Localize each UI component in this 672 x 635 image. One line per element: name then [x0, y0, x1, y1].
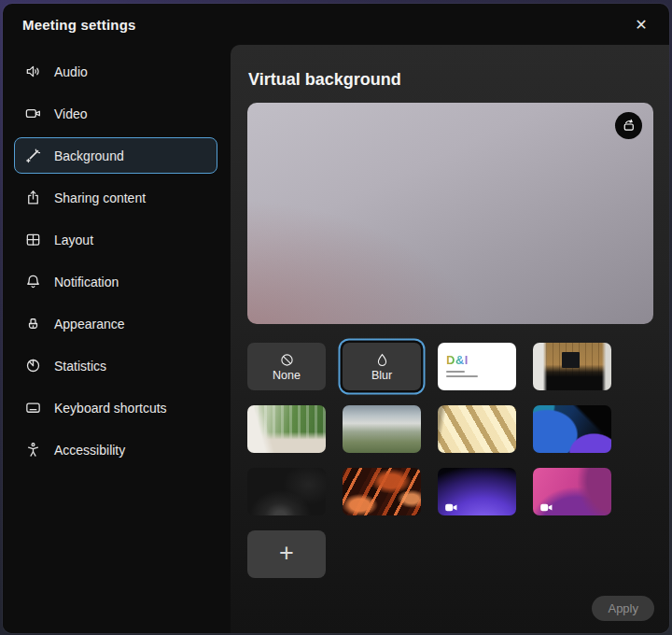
bg-tile-abstract-blue-purple[interactable] [533, 405, 611, 453]
sidebar-item-label: Layout [54, 233, 93, 247]
dni-tagline-line [446, 375, 478, 377]
sidebar-item-label: Statistics [54, 359, 106, 374]
sidebar-item-layout[interactable]: Layout [14, 221, 217, 258]
video-camera-badge-icon [444, 500, 458, 510]
video-camera-icon [24, 105, 42, 122]
background-grid: None Blur D&I [247, 343, 653, 578]
dni-tagline-line [446, 371, 465, 373]
flip-camera-button[interactable] [615, 112, 642, 139]
apply-button[interactable]: Apply [592, 596, 654, 621]
sidebar-item-label: Video [54, 106, 88, 121]
sidebar-item-label: Audio [54, 64, 88, 79]
sidebar-item-statistics[interactable]: Statistics [14, 347, 217, 384]
sidebar-item-background[interactable]: Background [14, 137, 217, 174]
sidebar-item-audio[interactable]: Audio [14, 53, 217, 90]
apply-button-label: Apply [608, 601, 638, 615]
virtual-background-panel: Virtual background None [231, 45, 669, 633]
flip-camera-icon [621, 118, 637, 134]
magic-wand-icon [24, 147, 42, 164]
sidebar-item-label: Keyboard shortcuts [54, 401, 167, 416]
sidebar-item-video[interactable]: Video [14, 95, 217, 132]
tile-label: Blur [371, 369, 392, 382]
plus-icon: + [279, 541, 294, 566]
dni-logo: D&I [446, 351, 478, 377]
bg-tile-pink-waves-video[interactable] [533, 468, 611, 515]
bg-tile-living-room[interactable] [247, 405, 326, 453]
sidebar-item-label: Notification [54, 275, 119, 289]
share-icon [24, 189, 42, 206]
sidebar-item-label: Accessibility [54, 443, 125, 458]
layout-grid-icon [24, 231, 42, 248]
sidebar-item-sharing-content[interactable]: Sharing content [14, 179, 217, 216]
video-camera-badge-icon [539, 500, 553, 510]
camera-preview [247, 103, 653, 324]
accessibility-icon [24, 441, 42, 459]
dialog-title: Meeting settings [22, 17, 136, 33]
panel-title: Virtual background [248, 70, 653, 90]
close-icon[interactable]: ✕ [626, 9, 656, 39]
dialog-content: Audio Video Background Sharing content [3, 45, 669, 633]
pie-chart-icon [24, 357, 42, 374]
sidebar-item-appearance[interactable]: Appearance [14, 305, 217, 342]
bg-tile-window-light[interactable] [438, 405, 516, 453]
settings-sidebar: Audio Video Background Sharing content [3, 45, 231, 633]
meeting-settings-dialog: Meeting settings ✕ Audio Video Bac [3, 4, 669, 633]
bg-tile-dni-logo[interactable]: D&I [438, 343, 516, 390]
tile-label: None [273, 369, 301, 382]
bg-tile-blur[interactable]: Blur [343, 343, 421, 390]
paintbrush-icon [24, 315, 42, 332]
none-icon [279, 352, 295, 369]
bg-tile-purple-glow-video[interactable] [438, 468, 516, 515]
bg-tile-dark-swirl[interactable] [247, 468, 326, 515]
dni-logo-text: D&I [446, 353, 469, 367]
add-background-button[interactable]: + [247, 530, 326, 578]
sidebar-item-label: Appearance [54, 317, 125, 332]
sidebar-item-label: Sharing content [54, 190, 146, 205]
bg-tile-blurred-mountains[interactable] [343, 405, 421, 453]
bg-tile-none[interactable]: None [247, 343, 326, 390]
speaker-icon [24, 63, 42, 80]
sidebar-item-notification[interactable]: Notification [14, 263, 217, 300]
keyboard-icon [24, 399, 42, 416]
blur-droplet-icon [374, 352, 390, 369]
sidebar-item-keyboard-shortcuts[interactable]: Keyboard shortcuts [14, 389, 217, 426]
bg-tile-lava[interactable] [343, 468, 421, 515]
titlebar: Meeting settings ✕ [3, 4, 669, 45]
sidebar-item-label: Background [54, 148, 124, 163]
sidebar-item-accessibility[interactable]: Accessibility [14, 431, 217, 468]
bell-icon [24, 273, 42, 290]
bg-tile-office[interactable] [533, 343, 611, 390]
